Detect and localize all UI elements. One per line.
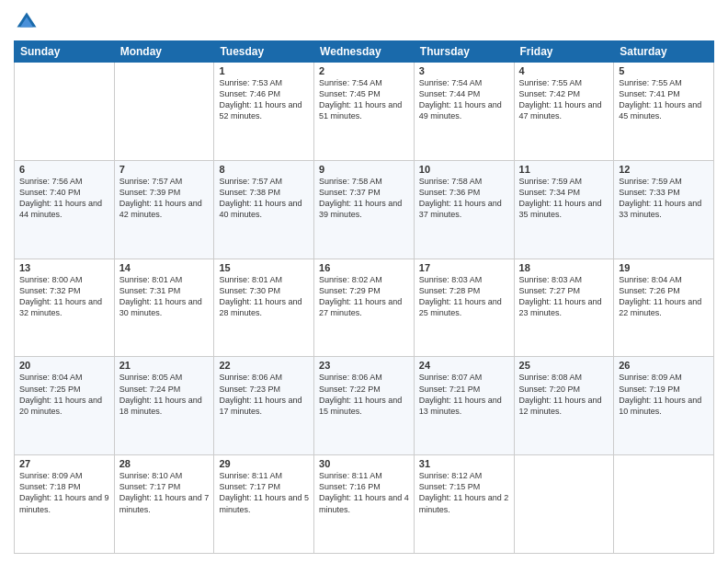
weekday-header: Wednesday [314, 41, 415, 63]
cell-content: Sunrise: 8:03 AM Sunset: 7:27 PM Dayligh… [519, 274, 609, 319]
cell-content: Sunrise: 8:01 AM Sunset: 7:30 PM Dayligh… [219, 274, 309, 319]
calendar-cell: 3Sunrise: 7:54 AM Sunset: 7:44 PM Daylig… [414, 63, 514, 161]
day-number: 5 [619, 65, 709, 76]
calendar-cell: 1Sunrise: 7:53 AM Sunset: 7:46 PM Daylig… [214, 63, 314, 161]
day-number: 8 [219, 164, 309, 175]
calendar-cell: 30Sunrise: 8:11 AM Sunset: 7:16 PM Dayli… [314, 455, 415, 554]
calendar-cell: 5Sunrise: 7:55 AM Sunset: 7:41 PM Daylig… [614, 63, 714, 161]
cell-content: Sunrise: 8:06 AM Sunset: 7:22 PM Dayligh… [319, 372, 409, 417]
calendar-cell: 19Sunrise: 8:04 AM Sunset: 7:26 PM Dayli… [614, 259, 714, 357]
weekday-header: Sunday [15, 41, 115, 63]
calendar-cell: 12Sunrise: 7:59 AM Sunset: 7:33 PM Dayli… [614, 160, 714, 259]
day-number: 16 [319, 262, 409, 273]
cell-content: Sunrise: 7:57 AM Sunset: 7:39 PM Dayligh… [119, 176, 210, 221]
cell-content: Sunrise: 8:09 AM Sunset: 7:18 PM Dayligh… [19, 470, 109, 515]
calendar-cell: 22Sunrise: 8:06 AM Sunset: 7:23 PM Dayli… [214, 357, 314, 455]
calendar-cell: 20Sunrise: 8:04 AM Sunset: 7:25 PM Dayli… [15, 357, 115, 455]
calendar-cell: 10Sunrise: 7:58 AM Sunset: 7:36 PM Dayli… [414, 160, 514, 259]
calendar-cell: 11Sunrise: 7:59 AM Sunset: 7:34 PM Dayli… [514, 160, 614, 259]
cell-content: Sunrise: 7:56 AM Sunset: 7:40 PM Dayligh… [19, 176, 109, 221]
calendar-table: SundayMondayTuesdayWednesdayThursdayFrid… [14, 40, 714, 554]
cell-content: Sunrise: 7:54 AM Sunset: 7:44 PM Dayligh… [419, 77, 509, 122]
day-number: 25 [519, 360, 609, 371]
cell-content: Sunrise: 8:05 AM Sunset: 7:24 PM Dayligh… [119, 372, 210, 417]
cell-content: Sunrise: 8:09 AM Sunset: 7:19 PM Dayligh… [619, 372, 709, 417]
calendar-cell: 27Sunrise: 8:09 AM Sunset: 7:18 PM Dayli… [15, 455, 115, 554]
day-number: 28 [119, 458, 210, 469]
day-number: 30 [319, 458, 409, 469]
calendar-cell: 23Sunrise: 8:06 AM Sunset: 7:22 PM Dayli… [314, 357, 415, 455]
calendar-header-row: SundayMondayTuesdayWednesdayThursdayFrid… [15, 41, 714, 63]
calendar-cell: 14Sunrise: 8:01 AM Sunset: 7:31 PM Dayli… [114, 259, 214, 357]
cell-content: Sunrise: 8:12 AM Sunset: 7:15 PM Dayligh… [419, 470, 509, 515]
calendar-cell: 28Sunrise: 8:10 AM Sunset: 7:17 PM Dayli… [114, 455, 214, 554]
weekday-header: Tuesday [214, 41, 314, 63]
weekday-header: Monday [114, 41, 214, 63]
day-number: 12 [619, 164, 709, 175]
cell-content: Sunrise: 7:59 AM Sunset: 7:34 PM Dayligh… [519, 176, 609, 221]
cell-content: Sunrise: 8:11 AM Sunset: 7:17 PM Dayligh… [219, 470, 309, 515]
calendar-cell: 31Sunrise: 8:12 AM Sunset: 7:15 PM Dayli… [414, 455, 514, 554]
day-number: 24 [419, 360, 509, 371]
calendar-week-row: 13Sunrise: 8:00 AM Sunset: 7:32 PM Dayli… [15, 259, 714, 357]
calendar-cell [15, 63, 115, 161]
calendar-cell [614, 455, 714, 554]
calendar-cell: 18Sunrise: 8:03 AM Sunset: 7:27 PM Dayli… [514, 259, 614, 357]
calendar-cell: 16Sunrise: 8:02 AM Sunset: 7:29 PM Dayli… [314, 259, 415, 357]
day-number: 19 [619, 262, 709, 273]
day-number: 15 [219, 262, 309, 273]
day-number: 2 [319, 65, 409, 76]
header [14, 9, 714, 35]
calendar-cell [514, 455, 614, 554]
weekday-header: Saturday [614, 41, 714, 63]
cell-content: Sunrise: 7:59 AM Sunset: 7:33 PM Dayligh… [619, 176, 709, 221]
calendar-week-row: 20Sunrise: 8:04 AM Sunset: 7:25 PM Dayli… [15, 357, 714, 455]
cell-content: Sunrise: 7:55 AM Sunset: 7:42 PM Dayligh… [519, 77, 609, 122]
day-number: 7 [119, 164, 210, 175]
calendar-cell: 26Sunrise: 8:09 AM Sunset: 7:19 PM Dayli… [614, 357, 714, 455]
cell-content: Sunrise: 8:06 AM Sunset: 7:23 PM Dayligh… [219, 372, 309, 417]
calendar-cell: 29Sunrise: 8:11 AM Sunset: 7:17 PM Dayli… [214, 455, 314, 554]
day-number: 4 [519, 65, 609, 76]
calendar-cell: 21Sunrise: 8:05 AM Sunset: 7:24 PM Dayli… [114, 357, 214, 455]
cell-content: Sunrise: 8:11 AM Sunset: 7:16 PM Dayligh… [319, 470, 409, 515]
cell-content: Sunrise: 8:08 AM Sunset: 7:20 PM Dayligh… [519, 372, 609, 417]
day-number: 18 [519, 262, 609, 273]
day-number: 14 [119, 262, 210, 273]
cell-content: Sunrise: 8:02 AM Sunset: 7:29 PM Dayligh… [319, 274, 409, 319]
calendar-cell: 7Sunrise: 7:57 AM Sunset: 7:39 PM Daylig… [114, 160, 214, 259]
day-number: 17 [419, 262, 509, 273]
weekday-header: Thursday [414, 41, 514, 63]
day-number: 9 [319, 164, 409, 175]
cell-content: Sunrise: 7:53 AM Sunset: 7:46 PM Dayligh… [219, 77, 309, 122]
day-number: 20 [19, 360, 109, 371]
day-number: 11 [519, 164, 609, 175]
cell-content: Sunrise: 7:57 AM Sunset: 7:38 PM Dayligh… [219, 176, 309, 221]
day-number: 6 [19, 164, 109, 175]
cell-content: Sunrise: 7:58 AM Sunset: 7:37 PM Dayligh… [319, 176, 409, 221]
calendar-cell: 2Sunrise: 7:54 AM Sunset: 7:45 PM Daylig… [314, 63, 415, 161]
calendar-cell: 24Sunrise: 8:07 AM Sunset: 7:21 PM Dayli… [414, 357, 514, 455]
day-number: 22 [219, 360, 309, 371]
calendar-cell: 6Sunrise: 7:56 AM Sunset: 7:40 PM Daylig… [15, 160, 115, 259]
calendar-cell: 8Sunrise: 7:57 AM Sunset: 7:38 PM Daylig… [214, 160, 314, 259]
day-number: 13 [19, 262, 109, 273]
day-number: 10 [419, 164, 509, 175]
cell-content: Sunrise: 7:55 AM Sunset: 7:41 PM Dayligh… [619, 77, 709, 122]
calendar-week-row: 1Sunrise: 7:53 AM Sunset: 7:46 PM Daylig… [15, 63, 714, 161]
day-number: 26 [619, 360, 709, 371]
cell-content: Sunrise: 7:54 AM Sunset: 7:45 PM Dayligh… [319, 77, 409, 122]
cell-content: Sunrise: 8:01 AM Sunset: 7:31 PM Dayligh… [119, 274, 210, 319]
cell-content: Sunrise: 8:04 AM Sunset: 7:25 PM Dayligh… [19, 372, 109, 417]
day-number: 3 [419, 65, 509, 76]
cell-content: Sunrise: 8:03 AM Sunset: 7:28 PM Dayligh… [419, 274, 509, 319]
calendar-week-row: 27Sunrise: 8:09 AM Sunset: 7:18 PM Dayli… [15, 455, 714, 554]
day-number: 1 [219, 65, 309, 76]
cell-content: Sunrise: 8:07 AM Sunset: 7:21 PM Dayligh… [419, 372, 509, 417]
cell-content: Sunrise: 8:10 AM Sunset: 7:17 PM Dayligh… [119, 470, 210, 515]
calendar-cell: 15Sunrise: 8:01 AM Sunset: 7:30 PM Dayli… [214, 259, 314, 357]
calendar-cell: 13Sunrise: 8:00 AM Sunset: 7:32 PM Dayli… [15, 259, 115, 357]
calendar-cell [114, 63, 214, 161]
calendar-cell: 9Sunrise: 7:58 AM Sunset: 7:37 PM Daylig… [314, 160, 415, 259]
day-number: 29 [219, 458, 309, 469]
